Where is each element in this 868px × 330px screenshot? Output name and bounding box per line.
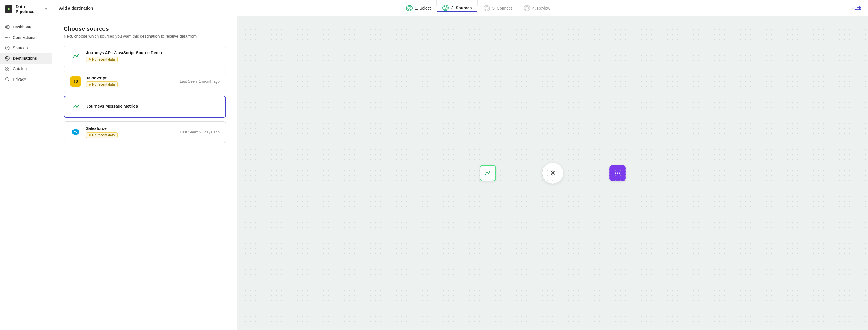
javascript-badge: No recent data bbox=[86, 81, 118, 87]
diagram-connector-right bbox=[575, 173, 598, 173]
sidebar-header: Data Pipelines « bbox=[0, 0, 52, 18]
svg-point-19 bbox=[525, 6, 529, 10]
dest-dots-icon: ••• bbox=[615, 170, 620, 176]
main-panel: Add a destination 1. Select 2. Sourc bbox=[52, 0, 868, 330]
catalog-icon bbox=[5, 66, 10, 71]
source-card-javascript[interactable]: JS JavaScript No recent data Last Seen: … bbox=[64, 71, 226, 92]
svg-point-7 bbox=[8, 37, 9, 38]
source-card-salesforce[interactable]: Salesforce No recent data Last Seen: 23 … bbox=[64, 121, 226, 143]
sidebar-item-label-privacy: Privacy bbox=[13, 77, 26, 81]
step-label-select: 1. Select bbox=[415, 6, 431, 10]
diagram: ✕ ••• bbox=[480, 163, 626, 184]
sidebar-item-catalog[interactable]: Catalog bbox=[0, 63, 52, 74]
javascript-last-seen: Last Seen: 1 month ago bbox=[180, 79, 220, 84]
step-sources: 2. Sources bbox=[437, 5, 477, 11]
topnav: Add a destination 1. Select 2. Sourc bbox=[52, 0, 868, 16]
exit-button[interactable]: ‹ Exit bbox=[852, 6, 861, 10]
journeys-api-info: Journeys API: JavaScript Source Demo No … bbox=[86, 51, 220, 62]
step-label-connect: 3. Connect bbox=[492, 6, 512, 10]
privacy-icon bbox=[5, 77, 10, 82]
sidebar-item-connections[interactable]: Connections bbox=[0, 32, 52, 43]
sidebar-header-left: Data Pipelines bbox=[5, 4, 44, 14]
sidebar-item-dashboard[interactable]: Dashboard bbox=[0, 22, 52, 32]
badge-dot-1 bbox=[89, 58, 91, 60]
diagram-dest-node: ••• bbox=[610, 165, 626, 181]
javascript-name: JavaScript bbox=[86, 76, 175, 80]
journeys-api-badge-label: No recent data bbox=[92, 57, 115, 61]
step-icon-sources bbox=[442, 5, 449, 11]
svg-point-1 bbox=[8, 8, 9, 10]
journeys-metrics-info: Journeys Message Metrics bbox=[86, 104, 219, 110]
salesforce-badge-label: No recent data bbox=[92, 133, 115, 137]
journeys-api-badge: No recent data bbox=[86, 57, 118, 62]
journeys-api-logo bbox=[70, 51, 81, 62]
svg-rect-12 bbox=[5, 67, 7, 68]
connections-icon bbox=[5, 35, 10, 40]
journeys-api-name: Journeys API: JavaScript Source Demo bbox=[86, 51, 220, 55]
chevron-left-icon: « bbox=[44, 6, 47, 11]
svg-point-6 bbox=[5, 37, 6, 38]
journeys-metrics-name: Journeys Message Metrics bbox=[86, 104, 219, 108]
salesforce-badge: No recent data bbox=[86, 132, 118, 138]
svg-rect-13 bbox=[7, 67, 9, 68]
javascript-badge-label: No recent data bbox=[92, 82, 115, 86]
diagram-source-node bbox=[480, 165, 496, 181]
sidebar-item-destinations[interactable]: Destinations bbox=[0, 53, 52, 63]
steps-bar: 1. Select 2. Sources bbox=[104, 0, 852, 16]
badge-dot-2 bbox=[89, 84, 91, 86]
step-wrapper-review: 4. Review bbox=[518, 0, 556, 16]
sidebar-item-sources[interactable]: Sources bbox=[0, 43, 52, 53]
content-area: Choose sources Next, choose which source… bbox=[52, 16, 868, 330]
source-card-journeys-message-metrics[interactable]: Journeys Message Metrics bbox=[64, 96, 226, 118]
sidebar-collapse-button[interactable]: « bbox=[44, 6, 47, 11]
segment-x-icon: ✕ bbox=[550, 169, 555, 177]
sidebar-item-label-destinations: Destinations bbox=[13, 56, 37, 61]
page-title: Add a destination bbox=[59, 6, 93, 10]
sidebar-item-label-catalog: Catalog bbox=[13, 66, 27, 71]
js-logo-icon: JS bbox=[70, 76, 81, 87]
sources-icon bbox=[5, 45, 10, 51]
diagram-connector-left bbox=[507, 173, 531, 173]
step-wrapper-connect: 3. Connect bbox=[478, 0, 518, 16]
step-label-sources: 2. Sources bbox=[451, 5, 472, 10]
svg-point-18 bbox=[485, 6, 489, 10]
salesforce-logo bbox=[70, 126, 81, 138]
svg-rect-14 bbox=[5, 69, 7, 71]
sidebar-nav: Dashboard Connections Source bbox=[0, 18, 52, 330]
chevron-left-small-icon: ‹ bbox=[852, 6, 853, 10]
exit-label: Exit bbox=[855, 6, 861, 10]
sidebar: Data Pipelines « Dashboard bbox=[0, 0, 52, 330]
step-icon-connect bbox=[484, 5, 490, 11]
step-wrapper-sources: 2. Sources bbox=[437, 0, 477, 16]
javascript-logo: JS bbox=[70, 76, 81, 87]
sidebar-item-privacy[interactable]: Privacy bbox=[0, 74, 52, 84]
step-connect: 3. Connect bbox=[478, 5, 518, 11]
left-panel: Choose sources Next, choose which source… bbox=[52, 16, 238, 330]
diagram-center-node: ✕ bbox=[542, 163, 563, 184]
app-logo bbox=[5, 5, 12, 13]
choose-sources-subtitle: Next, choose which sources you want this… bbox=[64, 34, 226, 38]
journeys-metrics-logo bbox=[70, 101, 82, 112]
salesforce-last-seen: Last Seen: 23 days ago bbox=[180, 130, 220, 134]
svg-rect-20 bbox=[70, 51, 81, 61]
svg-point-3 bbox=[7, 26, 8, 28]
svg-rect-15 bbox=[7, 69, 9, 71]
sidebar-item-label-connections: Connections bbox=[13, 35, 35, 40]
step-label-review: 4. Review bbox=[532, 6, 550, 10]
source-card-journeys-api[interactable]: Journeys API: JavaScript Source Demo No … bbox=[64, 46, 226, 67]
badge-dot-4 bbox=[89, 134, 91, 136]
svg-rect-21 bbox=[71, 102, 81, 112]
step-wrapper-select: 1. Select bbox=[400, 0, 436, 16]
javascript-info: JavaScript No recent data bbox=[86, 76, 175, 88]
sidebar-item-label-sources: Sources bbox=[13, 46, 28, 50]
app-title: Data Pipelines bbox=[16, 4, 44, 14]
salesforce-name: Salesforce bbox=[86, 126, 176, 131]
sidebar-item-label-dashboard: Dashboard bbox=[13, 25, 33, 29]
right-panel: ✕ ••• bbox=[238, 16, 868, 330]
step-icon-review bbox=[524, 5, 530, 11]
dashboard-icon bbox=[5, 24, 10, 30]
step-select: 1. Select bbox=[400, 5, 436, 11]
svg-point-2 bbox=[5, 25, 9, 29]
destinations-icon bbox=[5, 56, 10, 61]
step-icon-select bbox=[406, 5, 412, 11]
